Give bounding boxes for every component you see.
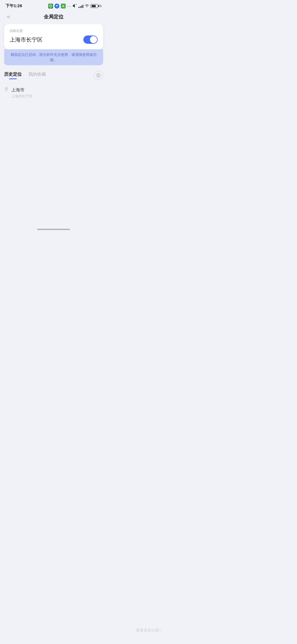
svg-point-7 [6,88,7,89]
location-text: 上海市长宁区 [10,36,43,43]
app-icon-1 [48,4,53,9]
dots-icon: ··· [67,4,71,8]
home-indicator [37,229,70,230]
page-title: 全局定位 [44,13,64,20]
app-icon-2 [54,4,59,9]
history-sub-text: 上海市长宁区 [11,94,103,99]
location-settings-button[interactable] [94,71,103,80]
tab-favorites[interactable]: 我的收藏 [28,72,46,79]
card-label: 目标位置 [10,29,98,33]
location-toggle[interactable] [83,36,98,44]
svg-point-5 [98,75,99,76]
history-main-text: 上海市 [11,87,24,93]
battery-level [92,5,96,7]
signal-bars [78,4,83,8]
back-button[interactable]: ＜ [6,13,12,21]
nav-bar: ＜ 全局定位 [0,11,107,24]
history-item[interactable]: 上海市 上海市长宁区 [4,83,103,102]
card-inner: 目标位置 上海市长宁区 [4,24,103,49]
location-banner: 模拟定位已启动，部分软件无法使用，请谨慎使用该功能。 [4,49,103,65]
history-list: 上海市 上海市长宁区 [0,83,107,102]
app-icon-3 [61,4,66,9]
tab-underline [9,78,17,79]
tabs-section: 历史定位 我的收藏 [0,71,107,80]
location-pin-icon [4,87,9,93]
tab-history-label: 历史定位 [4,72,22,77]
status-icons: ··· 75 [48,4,102,9]
svg-point-4 [87,6,87,7]
tab-favorites-label: 我的收藏 [28,72,46,77]
history-item-main: 上海市 [4,87,103,93]
tabs-left: 历史定位 我的收藏 [4,72,46,79]
card-location-row: 上海市长宁区 [10,36,98,44]
wifi-icon [85,4,89,9]
battery-tip [98,5,99,7]
toggle-thumb [90,36,97,43]
banner-text: 模拟定位已启动，部分软件无法使用，请谨慎使用该功能。 [11,53,97,62]
status-time: 下午1:28 [6,3,22,9]
tab-history[interactable]: 历史定位 [4,72,22,79]
svg-point-6 [97,73,100,77]
battery-icon [90,4,98,8]
battery-container: 75 [90,4,102,8]
mute-icon [73,4,77,8]
status-bar: 下午1:28 ··· [0,0,107,11]
target-location-card: 目标位置 上海市长宁区 [4,24,103,49]
